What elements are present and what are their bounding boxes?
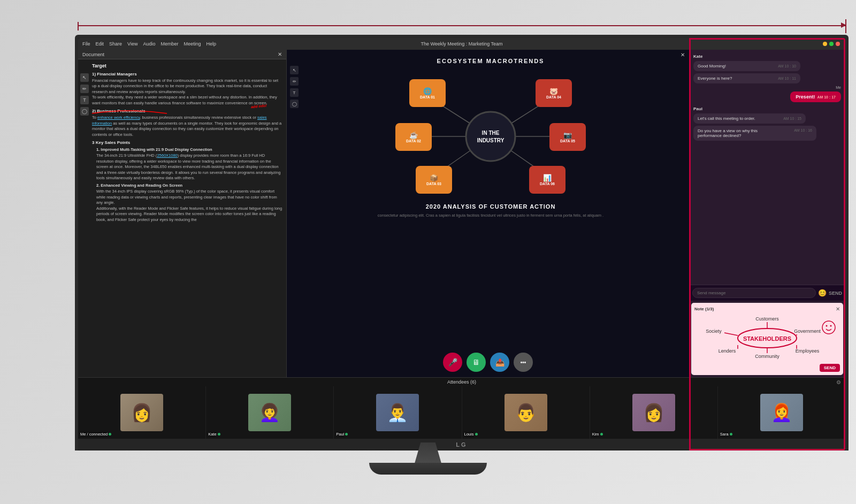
chat-bubble-present: Present! AM 10 : 17 <box>790 91 841 102</box>
pres-content: ECOSYSTEM MACROTRENDS <box>287 50 689 377</box>
attendee-kate-name: Kate <box>208 432 220 437</box>
eco-node-03: 📦 DATA 03 <box>416 166 452 194</box>
controls-bar: 🎤 🖥 📤 ••• <box>443 353 533 372</box>
chat-panel: Kate Good Morning! AM 10 : 10 Everyone i… <box>689 50 845 377</box>
doc-panel-header: Document ✕ <box>78 50 286 59</box>
svg-text:Customers: Customers <box>755 316 779 322</box>
svg-text:Society: Society <box>706 329 722 334</box>
pres-lorem-text: consectetur adipiscing elit. Cras a sapi… <box>367 213 614 218</box>
menu-member[interactable]: Member <box>160 41 178 47</box>
monitor-screen: File Edit Share View Audio Member Meetin… <box>78 38 845 450</box>
chat-bubble-meeting-order: Let's call this meeting to order. AM 10 … <box>693 113 806 124</box>
eco-center-circle: IN THE INDUSTRY <box>465 111 516 162</box>
stakeholders-svg: Customers Society Government STAKEHOLDER… <box>694 314 840 360</box>
chat-input-area: 😊 SEND <box>689 285 845 301</box>
pres-tool-shape[interactable]: ◯ <box>290 100 299 108</box>
document-panel: Document ✕ ↖ ✏ T ◯ Target 1) Financial M… <box>78 50 287 377</box>
chat-bubble-everyone: Everyone is here? AM 10 : 11 <box>693 73 800 83</box>
attendee-kim-name: Kim <box>592 432 603 437</box>
monitor-frame: File Edit Share View Audio Member Meetin… <box>75 35 849 450</box>
pres-toolbar: ↖ ✏ T ◯ <box>290 66 299 108</box>
attendee-sara: 👩‍🦰 Sara <box>718 386 845 439</box>
svg-point-21 <box>826 325 828 327</box>
menu-file[interactable]: File <box>82 41 90 47</box>
note-title: Note (1/3) <box>694 307 714 311</box>
attendees-title-label: Attendees (6) <box>447 379 476 385</box>
mic-button[interactable]: 🎤 <box>443 353 462 372</box>
doc-section-business: 2) Business Professionals add info! To e… <box>92 108 283 138</box>
attendee-paul-name: Paul <box>336 432 348 437</box>
attendee-louis: 👨 Louis <box>462 386 590 439</box>
eco-node-05: 📷 DATA 05 <box>549 123 586 151</box>
doc-panel-close[interactable]: ✕ <box>278 51 282 57</box>
note-send-button[interactable]: SEND <box>820 364 840 372</box>
note-header: Note (1/3) ✕ <box>694 306 840 312</box>
menu-meeting[interactable]: Meeting <box>184 41 201 47</box>
chat-sender-paul: Paul <box>693 106 841 111</box>
emoji-icon[interactable]: 😊 <box>818 289 827 297</box>
menu-edit[interactable]: Edit <box>96 41 104 47</box>
tool-highlight[interactable]: T <box>80 96 89 104</box>
attendee-louis-name: Louis <box>464 432 478 437</box>
doc-panel-title: Document <box>82 52 104 57</box>
note-content-area: Customers Society Government STAKEHOLDER… <box>694 314 840 360</box>
main-area: Document ✕ ↖ ✏ T ◯ Target 1) Financial M… <box>78 50 845 377</box>
svg-point-20 <box>822 321 835 334</box>
chat-sender-kate: Kate <box>693 54 841 59</box>
note-panel: Note (1/3) ✕ Customers Society Governmen… <box>691 303 843 375</box>
minimize-dot[interactable] <box>823 42 827 46</box>
attendee-kate: 👩‍🦱 Kate <box>206 386 334 439</box>
eco-node-02: ☕ DATA 02 <box>395 123 432 151</box>
menu-help[interactable]: Help <box>207 41 217 47</box>
attendees-settings-icon[interactable]: ⚙ <box>836 379 841 385</box>
doc-content: Target 1) Financial Managers Financial m… <box>78 59 286 372</box>
maximize-dot[interactable] <box>829 42 834 46</box>
presentation-panel: ✕ ↖ ✏ T ◯ ECOSYSTEM MACROTRENDS <box>287 50 689 377</box>
pres-tool-pen[interactable]: ✏ <box>290 77 299 86</box>
eco-node-01: 🌐 DATA 01 <box>409 79 446 107</box>
svg-text:Government: Government <box>794 329 821 334</box>
send-chat-button[interactable]: SEND <box>829 291 842 296</box>
chat-input-field[interactable] <box>692 288 816 298</box>
menu-bar: File Edit Share View Audio Member Meetin… <box>78 38 845 50</box>
tool-pen[interactable]: ✏ <box>80 85 89 93</box>
close-dot[interactable] <box>836 42 840 46</box>
menu-share[interactable]: Share <box>109 41 122 47</box>
pres-tool-text[interactable]: T <box>290 88 299 97</box>
screen-button[interactable]: 🖥 <box>467 353 486 372</box>
tool-cursor[interactable]: ↖ <box>80 73 89 82</box>
eco-node-04: 🐷 DATA 04 <box>536 79 572 107</box>
svg-point-22 <box>830 325 832 327</box>
pres-close-btn[interactable]: ✕ <box>681 52 685 58</box>
chat-messages-area: Kate Good Morning! AM 10 : 10 Everyone i… <box>689 50 845 285</box>
attendees-bar: Attendees (6) ⚙ 👩 Me / connected 👩‍🦱 <box>78 377 845 439</box>
attendee-me: 👩 Me / connected <box>78 386 206 439</box>
pres-header-title: ECOSYSTEM MACROTRENDS <box>437 58 545 64</box>
chat-bubble-performance: Do you have a view on why thisperformanc… <box>693 126 816 141</box>
monitor-stand <box>369 442 487 475</box>
attendee-kim: 👩 Kim <box>590 386 718 439</box>
ecosystem-diagram: IN THE INDUSTRY 🌐 DATA 01 ☕ DATA 02 <box>394 75 587 198</box>
more-button[interactable]: ••• <box>514 353 533 372</box>
chat-bubble-good-morning: Good Morning! AM 10 : 10 <box>693 61 800 71</box>
attendee-paul: 👨‍💼 Paul <box>334 386 462 439</box>
svg-line-15 <box>724 333 738 335</box>
doc-section-target: Target <box>92 63 283 70</box>
share-button[interactable]: 📤 <box>490 353 509 372</box>
tool-shape[interactable]: ◯ <box>80 107 89 116</box>
menu-audio[interactable]: Audio <box>143 41 155 47</box>
menu-items[interactable]: File Edit Share View Audio Member Meetin… <box>82 41 216 47</box>
svg-text:Lenders: Lenders <box>719 348 736 354</box>
attendees-list: 👩 Me / connected 👩‍🦱 Kate 👨‍💼 <box>78 378 845 439</box>
pres-subtitle: 2020 ANALYSIS OF CUSTOMER ACTION <box>426 203 556 210</box>
doc-section-sales: 3 Key Sales Points 1. Improved Multi-Tas… <box>92 140 283 223</box>
attendee-me-name: Me / connected <box>80 432 111 437</box>
svg-text:Community: Community <box>755 354 779 359</box>
measurement-arrow <box>78 20 846 31</box>
note-close-icon[interactable]: ✕ <box>836 306 840 312</box>
menu-view[interactable]: View <box>127 41 137 47</box>
pres-tool-cursor[interactable]: ↖ <box>290 66 299 74</box>
svg-text:Employees: Employees <box>796 348 820 354</box>
window-title: The Weekly Meeting : Marketing Team <box>421 41 502 47</box>
chat-me-label: Me <box>693 86 841 89</box>
